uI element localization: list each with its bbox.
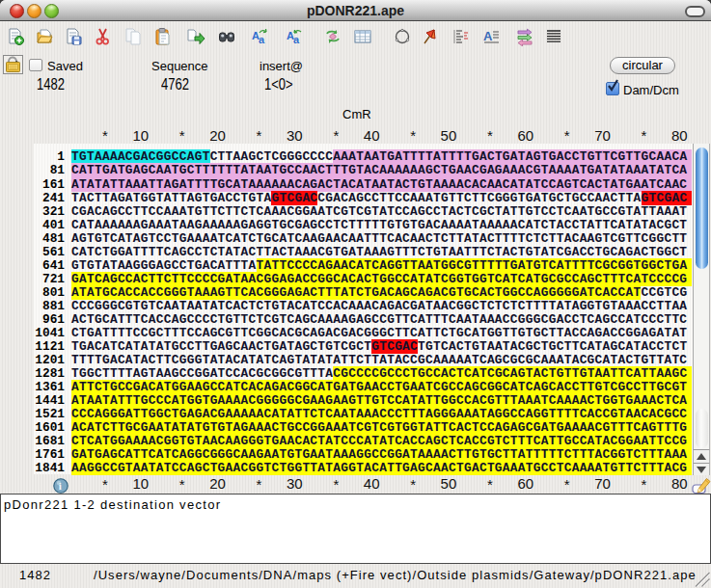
svg-text:i: i xyxy=(59,480,62,492)
svg-text:A: A xyxy=(483,29,493,43)
svg-text:a: a xyxy=(259,34,265,45)
svg-text:a: a xyxy=(293,34,300,45)
